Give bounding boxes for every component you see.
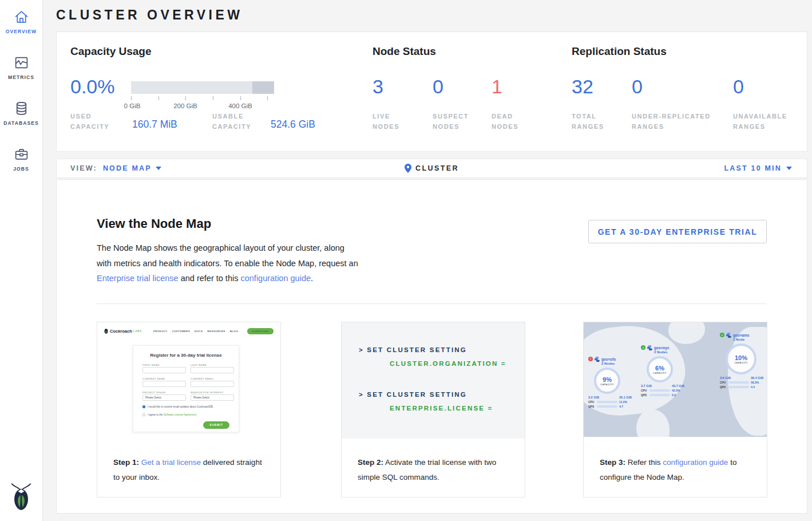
configuration-guide-link[interactable]: configuration guide	[240, 274, 311, 283]
description-text: and refer to this	[179, 274, 241, 283]
region-capacity-label: CAPACITY	[600, 383, 614, 386]
configuration-guide-link-step3[interactable]: configuration guide	[663, 458, 728, 467]
axis-tick	[131, 96, 132, 100]
mini-checkbox-agree-label: I agree to the Software License Agreemen…	[148, 413, 196, 416]
cpu-sparkline	[597, 401, 617, 403]
app-root: OVERVIEW METRICS DATABASES JO	[0, 0, 812, 521]
qps-sparkline	[728, 386, 749, 388]
region-cpu-row: CPU58.3%	[720, 381, 759, 384]
mini-input-company-email	[191, 381, 234, 387]
step-card-1: Cockroach LABS PRODUCT CUSTOMERS DOCS RE…	[97, 322, 281, 498]
region-capacity-percent: 10%	[735, 354, 747, 361]
sidebar-item-jobs[interactable]: JOBS	[0, 147, 42, 172]
dead-nodes-value: 1	[492, 76, 502, 98]
unavailable-ranges-value: 0	[733, 76, 744, 98]
region-capacity-label: CAPACITY	[653, 372, 667, 374]
map-landmass-south-america	[636, 409, 670, 437]
region-name-nodes: geo=ams1 Node	[733, 333, 749, 341]
step-3-caption: Step 3: Refer this configuration guide t…	[600, 455, 755, 485]
axis-tick	[185, 96, 186, 100]
mini-submit-button: SUBMIT	[203, 421, 229, 429]
description-text: .	[311, 274, 313, 283]
sidebar-item-metrics[interactable]: METRICS	[0, 55, 42, 80]
sidebar-item-label: DATABASES	[3, 120, 39, 126]
enterprise-trial-button[interactable]: GET A 30-DAY ENTERPRISE TRIAL	[588, 220, 767, 243]
unavailable-ranges-label: UNAVAILABLE RANGES	[733, 112, 805, 132]
live-nodes-label: LIVE NODES	[373, 112, 418, 132]
mini-input-first-name	[142, 367, 186, 373]
under-replicated-ranges-label: UNDER-REPLICATED RANGES	[632, 112, 732, 132]
sidebar-item-label: OVERVIEW	[6, 29, 37, 34]
cluster-summary-panel: Capacity Usage 0.0% 0 GiB 200 GiB 400 Gi…	[56, 31, 807, 152]
region-name-nodes: geo=nyc2 Nodes	[654, 345, 670, 354]
enterprise-trial-license-link[interactable]: Enterprise trial license	[97, 274, 179, 283]
cockroachdb-logo	[10, 483, 33, 514]
map-landmass-greenland	[668, 322, 705, 344]
step-3-label: Step 3:	[600, 458, 625, 467]
map-region-nyc: ✓ geo=nyc2 Nodes 6% CAPACITY 3.7 GiB43.7…	[641, 345, 689, 397]
mini-license-agreement-link: Software License Agreement	[164, 413, 197, 416]
mini-nav-item: PRODUCT	[153, 330, 168, 333]
mini-select-reason: Please Select	[191, 394, 234, 401]
mini-field-label: REASON FOR INTEREST	[191, 391, 223, 394]
region-capacity-percent: 6%	[655, 365, 664, 372]
cockroach-bug-icon	[10, 483, 33, 511]
region-header: ✓ geo=ams1 Node	[720, 333, 749, 341]
mini-nav-item: DOCS	[195, 330, 203, 333]
step-1-label: Step 1:	[113, 458, 139, 467]
axis-tick	[213, 96, 213, 100]
mini-field-label: COMPANY EMAIL	[191, 377, 213, 380]
capacity-usage-title: Capacity Usage	[70, 45, 152, 58]
cpu-sparkline	[728, 381, 749, 384]
view-toolbar: VIEW: NODE MAP CLUSTER LAST 10 MIN	[56, 159, 807, 178]
nodes-cube-icon	[647, 345, 652, 350]
mini-field-label: LAST NAME	[191, 364, 207, 366]
node-status-title: Node Status	[373, 45, 436, 58]
mini-select-project-phase: Please Select	[142, 394, 186, 401]
total-ranges-label: TOTAL RANGES	[572, 112, 617, 132]
mini-nav-item: CUSTOMERS	[172, 330, 190, 333]
region-qps-row: QPS4.4	[720, 385, 755, 389]
time-range-dropdown[interactable]: LAST 10 MIN	[724, 164, 792, 172]
sidebar-item-databases[interactable]: DATABASES	[0, 101, 42, 126]
step-1-caption: Step 1: Get a trial license delivered st…	[113, 455, 269, 485]
usable-capacity-label: USABLE CAPACITY	[212, 112, 265, 132]
sidebar-item-overview[interactable]: OVERVIEW	[0, 9, 42, 34]
location-pin-icon	[405, 164, 411, 173]
region-name-nodes: geo=sfo2 Nodes	[601, 357, 616, 365]
replication-status-title: Replication Status	[572, 45, 667, 58]
mini-trial-form: Register for a 30-day trial license FIRS…	[133, 345, 239, 432]
qps-sparkline	[597, 405, 617, 408]
axis-tick-label: 200 GiB	[172, 102, 199, 109]
map-region-sfo: ! geo=sfo2 Nodes 9% CAPACITY 3.2 GiB35.1…	[588, 357, 636, 408]
region-capacity-values: 3.7 GiB43.7 GiB	[641, 384, 684, 388]
mini-checkbox-updates-label: I would like to receive email updates ab…	[148, 405, 213, 408]
region-capacity-values: 3.6 GiB36.4 GiB	[720, 376, 763, 380]
region-qps-row: QPS4.7	[588, 405, 623, 408]
warning-status-icon: !	[588, 357, 593, 361]
mini-nav-item: RESOURCES	[207, 330, 225, 333]
region-cpu-row: CPU11.0%	[588, 400, 627, 404]
used-capacity-value: 160.7 MiB	[132, 119, 177, 131]
step-2-label: Step 2:	[358, 458, 383, 467]
usable-capacity-value: 524.6 GiB	[271, 119, 315, 131]
scope-breadcrumb[interactable]: CLUSTER	[57, 164, 807, 173]
mini-checkbox-agree: I agree to the Software License Agreemen…	[142, 413, 196, 416]
axis-tick	[159, 96, 159, 100]
mini-checkbox-updates: I would like to receive email updates ab…	[142, 405, 213, 408]
mini-site-header: Cockroach LABS PRODUCT CUSTOMERS DOCS RE…	[104, 327, 274, 335]
dead-nodes-label: DEAD NODES	[492, 112, 537, 132]
healthy-status-icon: ✓	[720, 333, 724, 337]
briefcase-icon	[14, 147, 29, 162]
mini-download-button: DOWNLOAD	[247, 328, 274, 334]
axis-tick-label: 0 GiB	[121, 102, 144, 109]
sidebar: OVERVIEW METRICS DATABASES JO	[0, 0, 43, 521]
sidebar-item-label: JOBS	[13, 166, 29, 172]
region-cpu-row: CPU42.5%	[641, 389, 680, 392]
nodes-cube-icon	[726, 333, 731, 338]
get-trial-license-link[interactable]: Get a trial license	[141, 458, 201, 467]
capacity-gauge: 9% CAPACITY	[594, 368, 620, 394]
capacity-percent: 0.0%	[70, 76, 115, 98]
mini-input-company-name	[142, 381, 186, 387]
capacity-gauge: 6% CAPACITY	[647, 356, 673, 382]
